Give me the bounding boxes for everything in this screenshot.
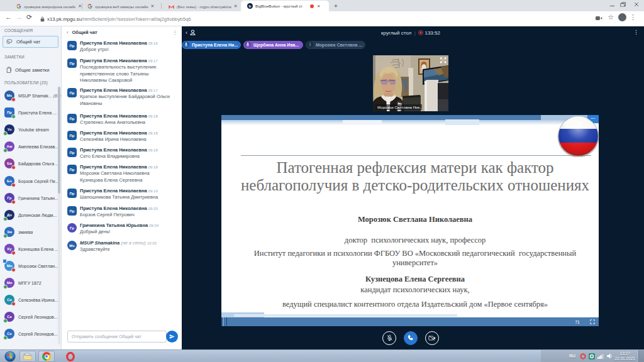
svg-text:Морозюк Светлана Ник...: Морозюк Светлана Ник... (377, 105, 423, 109)
